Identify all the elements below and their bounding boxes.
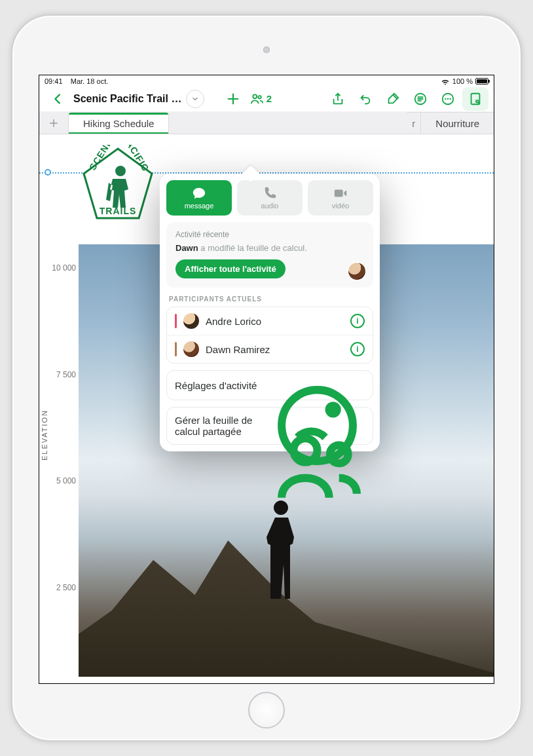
inspector-button[interactable] — [462, 87, 488, 111]
logo-badge: SCENIC PACIFIC TRAILS — [79, 145, 157, 223]
participant-name: Dawn Ramirez — [206, 344, 344, 355]
sheet-tab-nourriture[interactable]: Nourriture — [420, 112, 494, 134]
battery-icon — [475, 78, 488, 85]
status-date: Mar. 18 oct. — [71, 77, 108, 85]
alignment-guide-handle[interactable] — [45, 169, 51, 176]
activity-settings-row[interactable]: Réglages d'activité — [166, 370, 373, 400]
sheet-tab-label: r — [412, 118, 415, 129]
y-tick: 10 000 — [52, 263, 76, 273]
video-label: vidéo — [332, 202, 349, 210]
collaboration-button[interactable]: 2 — [248, 87, 274, 111]
collaboration-popover: message audio vidéo Activité récente Daw… — [160, 174, 380, 451]
message-button[interactable]: message — [166, 180, 232, 216]
add-sheet-button[interactable] — [39, 112, 68, 134]
activity-actor: Dawn — [175, 243, 198, 253]
wifi-icon — [441, 77, 450, 86]
svg-point-1 — [258, 96, 261, 98]
undo-button[interactable] — [352, 87, 378, 111]
status-right: 100 % — [441, 77, 488, 86]
manage-shared-label: Gérer la feuille de calcul partagée — [175, 415, 270, 437]
svg-point-5 — [447, 98, 449, 99]
svg-point-12 — [293, 438, 317, 462]
sheet-tab-truncated[interactable]: r — [407, 112, 420, 134]
communication-row: message audio vidéo — [166, 180, 373, 216]
format-brush-button[interactable] — [380, 87, 406, 111]
more-button[interactable] — [435, 87, 461, 111]
y-tick: 5 000 — [56, 476, 76, 485]
video-button[interactable]: vidéo — [308, 180, 373, 216]
participants-list: Andre Lorico i Dawn Ramirez i — [166, 307, 373, 364]
show-all-activity-button[interactable]: Afficher toute l'activité — [175, 259, 285, 278]
participant-row[interactable]: Andre Lorico i — [167, 307, 373, 335]
toolbar: Scenic Pacific Trail Se... 2 — [39, 86, 494, 112]
logo-text-bottom: TRAILS — [100, 206, 137, 216]
ipad-frame: 09:41 Mar. 18 oct. 100 % Scenic Pacific … — [11, 14, 522, 742]
title-dropdown-button[interactable] — [186, 90, 204, 108]
activity-settings-icon — [270, 378, 365, 392]
screen: 09:41 Mar. 18 oct. 100 % Scenic Pacific … — [39, 75, 494, 684]
activity-settings-label: Réglages d'activité — [175, 380, 270, 391]
y-tick: 2 500 — [56, 583, 76, 592]
collab-count: 2 — [266, 93, 272, 104]
participant-avatar — [183, 313, 199, 329]
svg-point-13 — [330, 445, 348, 463]
status-time: 09:41 — [45, 77, 63, 85]
activity-text: a modifié la feuille de calcul. — [198, 243, 307, 253]
organize-button[interactable] — [407, 87, 433, 111]
participant-color — [175, 314, 177, 328]
activity-line: Dawn a modifié la feuille de calcul. — [175, 243, 364, 253]
activity-title: Activité récente — [175, 230, 364, 239]
status-bar: 09:41 Mar. 18 oct. 100 % — [39, 75, 494, 86]
hiker-silhouette — [261, 501, 301, 599]
battery-pct: 100 % — [452, 77, 473, 85]
insert-button[interactable] — [220, 87, 246, 111]
y-tick: 7 500 — [56, 370, 76, 379]
sheet-tab-bar: Hiking Schedule r Nourriture — [39, 112, 494, 134]
sheet-tab-label: Nourriture — [435, 118, 479, 129]
manage-shared-icon — [270, 419, 365, 433]
document-title[interactable]: Scenic Pacific Trail Se... — [72, 93, 183, 105]
recent-activity-card: Activité récente Dawn a modifié la feuil… — [166, 222, 373, 288]
svg-point-6 — [449, 98, 450, 99]
audio-button[interactable]: audio — [237, 180, 303, 216]
svg-rect-9 — [335, 190, 343, 197]
status-left: 09:41 Mar. 18 oct. — [45, 77, 108, 85]
participants-section-label: PARTICIPANTS ACTUELS — [169, 295, 371, 303]
participant-color — [175, 342, 177, 356]
svg-point-0 — [253, 94, 257, 98]
participant-row[interactable]: Dawn Ramirez i — [167, 335, 373, 363]
svg-point-8 — [476, 100, 479, 102]
participant-avatar — [183, 341, 199, 357]
sheet-tab-active[interactable]: Hiking Schedule — [68, 112, 169, 134]
participant-name: Andre Lorico — [206, 316, 344, 327]
audio-label: audio — [261, 202, 279, 210]
message-label: message — [185, 202, 214, 210]
participant-info-button[interactable]: i — [350, 342, 365, 356]
spreadsheet-canvas[interactable]: SCENIC PACIFIC TRAILS ELEVATION 10 000 7… — [39, 134, 494, 683]
y-axis: ELEVATION 10 000 7 500 5 000 2 500 — [39, 244, 79, 677]
sheet-tab-label: Hiking Schedule — [83, 118, 154, 129]
activity-avatar — [348, 263, 365, 280]
svg-point-11 — [325, 402, 341, 417]
back-button[interactable] — [45, 87, 71, 111]
home-button[interactable] — [248, 692, 285, 728]
share-button[interactable] — [325, 87, 351, 111]
svg-point-4 — [445, 98, 446, 99]
participant-info-button[interactable]: i — [350, 314, 365, 328]
